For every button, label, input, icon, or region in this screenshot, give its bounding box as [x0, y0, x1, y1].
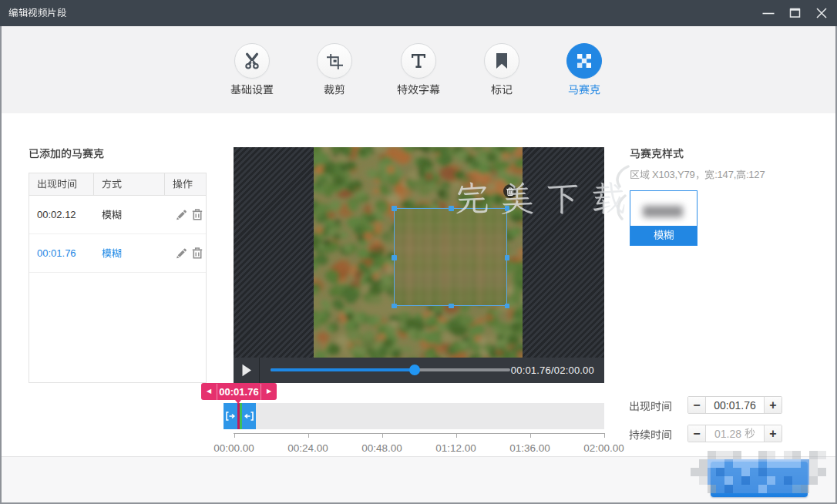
sel-handle-n[interactable]: [449, 206, 454, 211]
added-mosaics-title: [29, 147, 104, 160]
mosaic-table: 00:02.12 00:01.76: [29, 173, 207, 383]
mosaic-block: [809, 468, 818, 476]
scissors-icon: [234, 43, 270, 79]
tab-crop[interactable]: [288, 43, 381, 96]
selection-delete-button[interactable]: [503, 184, 517, 198]
text-content: 00:01.76/02:00.00: [511, 365, 594, 376]
sel-handle-w[interactable]: [392, 255, 397, 260]
appear-minus-button[interactable]: −: [688, 397, 706, 413]
tab-label: [206, 83, 298, 96]
mosaic-block: [699, 468, 708, 476]
edit-icon[interactable]: [175, 247, 187, 260]
trim-start-icon: [226, 412, 235, 421]
cjk-glyph: [704, 170, 714, 180]
minimize-button[interactable]: [755, 0, 782, 26]
cjk-glyph: [650, 429, 661, 440]
cjk-glyph: [37, 179, 47, 189]
badge-next-arrow[interactable]: ▶: [261, 383, 277, 400]
style-thumbnail: [630, 191, 697, 227]
edit-video-clip-dialog: 00:02.12 00:01.76: [0, 0, 837, 504]
close-icon: [816, 8, 827, 18]
timeline-time-badge[interactable]: ◀ 00:01.76 ▶: [201, 383, 277, 400]
tab-basic-settings[interactable]: [206, 43, 298, 96]
sel-handle-nw[interactable]: [392, 206, 397, 211]
appear-plus-button[interactable]: +: [764, 397, 782, 413]
crop-glyph: [327, 53, 343, 69]
seek-bar[interactable]: [271, 368, 510, 371]
cjk-glyph: [590, 84, 600, 95]
delete-icon[interactable]: [192, 247, 203, 259]
sel-handle-se[interactable]: [505, 304, 510, 309]
window-border-left: [0, 26, 2, 504]
row-actions: [165, 247, 206, 260]
cjk-glyph: [28, 8, 38, 18]
maximize-button[interactable]: [782, 0, 808, 26]
seek-fill: [271, 368, 411, 371]
appear-time-label: [629, 400, 672, 412]
cjk-glyph: [241, 84, 252, 95]
cjk-glyph: [491, 84, 502, 95]
play-button[interactable]: [234, 358, 260, 383]
duration-plus-button[interactable]: +: [764, 425, 782, 442]
titlebar: [0, 0, 837, 26]
cjk-glyph: [102, 210, 112, 220]
edit-icon[interactable]: [175, 209, 187, 221]
text-content: [324, 83, 345, 96]
timeline-track[interactable]: [224, 403, 604, 429]
trim-end-handle[interactable]: [242, 403, 256, 429]
cjk-glyph: [640, 401, 650, 412]
delete-icon[interactable]: [192, 209, 203, 220]
row-method: [94, 209, 165, 220]
tab-label: [538, 83, 630, 96]
sel-handle-e[interactable]: [505, 255, 510, 260]
cjk-glyph: [47, 179, 57, 189]
sel-handle-sw[interactable]: [392, 304, 397, 309]
cjk-glyph: [661, 401, 672, 412]
duration-minus-button[interactable]: −: [688, 425, 706, 442]
cjk-glyph: [397, 84, 408, 95]
confirm-button[interactable]: [711, 462, 808, 497]
play-icon: [241, 364, 252, 377]
text-content: 00:01.76: [37, 247, 76, 259]
cjk-glyph: [408, 84, 418, 95]
trim-start-handle[interactable]: [224, 403, 237, 429]
cjk-glyph: [252, 84, 263, 95]
cjk-glyph: [38, 8, 48, 18]
cjk-glyph: [736, 170, 746, 180]
cjk-glyph: [112, 179, 122, 189]
text-content: 01.28: [714, 428, 755, 440]
tab-mark[interactable]: [455, 43, 548, 96]
cjk-glyph: [47, 8, 57, 18]
cjk-glyph: [640, 148, 651, 159]
table-row-selected[interactable]: 00:01.76: [29, 234, 206, 273]
sel-handle-s[interactable]: [449, 304, 454, 309]
cjk-glyph: [695, 170, 705, 180]
maximize-icon: [789, 8, 801, 18]
tab-mosaic[interactable]: [538, 43, 630, 96]
crop-icon: [317, 43, 352, 79]
table-row[interactable]: 00:02.12: [29, 196, 206, 234]
text-content: [491, 83, 513, 96]
close-button[interactable]: [808, 0, 835, 26]
badge-prev-arrow[interactable]: ◀: [201, 383, 217, 400]
tab-effect-subtitle[interactable]: [372, 43, 465, 96]
cjk-glyph: [112, 248, 122, 258]
tab-label: [455, 83, 548, 96]
row-time: 00:01.76: [29, 247, 94, 259]
text-content: [230, 83, 274, 96]
mosaic-style-card[interactable]: [630, 190, 698, 246]
seek-handle[interactable]: [409, 365, 420, 375]
ruler-tick: [604, 433, 605, 438]
ruler-line: [234, 433, 604, 434]
text-content: 00:01.76: [219, 386, 258, 398]
cjk-glyph: [93, 148, 104, 159]
style-label: [630, 226, 697, 245]
window-title: [8, 0, 66, 26]
cjk-glyph: [230, 84, 241, 95]
mosaic-block: [818, 468, 826, 476]
sel-handle-ne[interactable]: [505, 206, 510, 211]
row-method: [94, 247, 165, 259]
mosaic-selection[interactable]: [394, 208, 507, 306]
ruler-tick: [530, 433, 531, 438]
cjk-glyph: [50, 148, 61, 159]
